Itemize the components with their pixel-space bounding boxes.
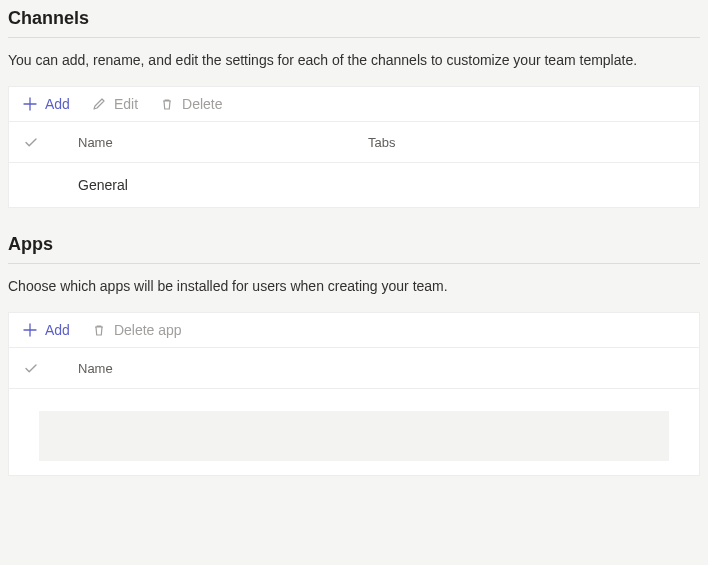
trash-icon [160, 97, 174, 111]
pencil-icon [92, 97, 106, 111]
apps-toolbar: Add Delete app [9, 313, 699, 348]
plus-icon [23, 97, 37, 111]
add-channel-label: Add [45, 97, 70, 111]
delete-app-label: Delete app [114, 323, 182, 337]
edit-channel-label: Edit [114, 97, 138, 111]
delete-channel-label: Delete [182, 97, 222, 111]
apps-empty-placeholder [39, 411, 669, 461]
edit-channel-button[interactable]: Edit [92, 97, 138, 111]
delete-channel-button[interactable]: Delete [160, 97, 222, 111]
channels-toolbar: Add Edit Delete [9, 87, 699, 122]
channels-section: Channels You can add, rename, and edit t… [0, 0, 708, 226]
channels-table-header: Name Tabs [9, 122, 699, 163]
channel-name-cell: General [78, 177, 368, 193]
apps-table-header: Name [9, 348, 699, 389]
apps-empty-region [9, 389, 699, 475]
apps-panel: Add Delete app Name [8, 312, 700, 476]
channels-panel: Add Edit Delete Name Tabs [8, 86, 700, 208]
checkmark-icon[interactable] [23, 134, 39, 150]
checkmark-icon[interactable] [23, 360, 39, 376]
table-row[interactable]: General [9, 163, 699, 207]
delete-app-button[interactable]: Delete app [92, 323, 182, 337]
channels-description: You can add, rename, and edit the settin… [8, 52, 700, 68]
channels-title: Channels [8, 0, 700, 38]
channels-column-name[interactable]: Name [78, 135, 368, 150]
apps-column-name[interactable]: Name [78, 361, 368, 376]
add-channel-button[interactable]: Add [23, 97, 70, 111]
apps-title: Apps [8, 226, 700, 264]
channels-column-tabs[interactable]: Tabs [368, 135, 685, 150]
plus-icon [23, 323, 37, 337]
add-app-label: Add [45, 323, 70, 337]
trash-icon [92, 323, 106, 337]
apps-section: Apps Choose which apps will be installed… [0, 226, 708, 494]
add-app-button[interactable]: Add [23, 323, 70, 337]
apps-description: Choose which apps will be installed for … [8, 278, 700, 294]
